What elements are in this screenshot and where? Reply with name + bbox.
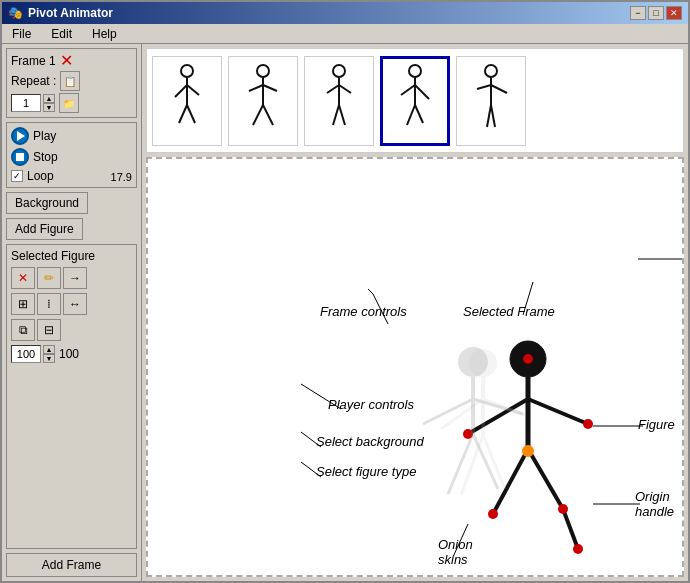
main-content: Frame 1 ✕ Repeat : 📋 ▲ ▼ 📁 (2, 44, 688, 581)
annotation-line-bg (296, 427, 326, 452)
size-row: ▲ ▼ 100 (11, 345, 132, 363)
svg-line-9 (263, 85, 277, 91)
svg-line-22 (407, 105, 415, 125)
svg-line-26 (477, 85, 491, 89)
selected-figure-section: Selected Figure ✕ ✏ → ⊞ ⁞ ↔ ⧉ ⊟ (6, 244, 137, 549)
size-value2: 100 (59, 347, 79, 361)
annotation-line-select-figure (296, 457, 326, 482)
svg-line-8 (249, 85, 263, 91)
svg-line-58 (523, 282, 533, 315)
spin-up[interactable]: ▲ (43, 94, 55, 103)
svg-line-55 (483, 435, 505, 489)
svg-line-23 (415, 105, 423, 123)
frame-paste-button[interactable]: 📁 (59, 93, 79, 113)
frame-section: Frame 1 ✕ Repeat : 📋 ▲ ▼ 📁 (6, 48, 137, 118)
svg-point-41 (558, 504, 568, 514)
annotation-select-bg: Select background (316, 434, 424, 449)
menu-file[interactable]: File (6, 26, 37, 41)
stick-figure-3 (317, 63, 362, 138)
menu-help[interactable]: Help (86, 26, 123, 41)
title-bar-controls: − □ ✕ (630, 6, 682, 20)
frame-row: Frame 1 ✕ (11, 53, 132, 69)
svg-line-4 (179, 105, 187, 123)
size-input[interactable] (11, 345, 41, 363)
close-button[interactable]: ✕ (666, 6, 682, 20)
svg-line-56 (373, 294, 388, 324)
add-frame-button[interactable]: Add Frame (6, 553, 137, 577)
menu-edit[interactable]: Edit (45, 26, 78, 41)
fps-display: 17.9 (111, 171, 132, 183)
repeat-spin-row: ▲ ▼ 📁 (11, 93, 132, 113)
stick-figure-4 (393, 63, 438, 138)
figure-controls-grid-3: ⧉ ⊟ (11, 319, 132, 341)
size-spin-up[interactable]: ▲ (43, 345, 55, 354)
svg-line-62 (301, 432, 321, 447)
annotation-line-player (296, 379, 346, 419)
figure-dots-button[interactable]: ⁞ (37, 293, 61, 315)
svg-line-60 (301, 384, 341, 409)
annotation-line-onion (448, 519, 498, 559)
loop-checkbox[interactable]: ✓ (11, 170, 23, 182)
annotation-line-frame-controls (348, 289, 398, 329)
app-icon: 🎭 (8, 6, 23, 20)
frame-delete-button[interactable]: ✕ (60, 53, 73, 69)
svg-line-2 (175, 85, 187, 97)
player-section: Play Stop ✓ Loop 17.9 (6, 122, 137, 188)
figure-copy-button[interactable]: ⧉ (11, 319, 35, 341)
svg-line-52 (441, 399, 483, 429)
svg-point-0 (181, 65, 193, 77)
figure-controls-grid: ✕ ✏ → (11, 267, 132, 289)
svg-line-21 (415, 85, 429, 99)
frame-thumb-1[interactable] (152, 56, 222, 146)
svg-line-63 (301, 462, 321, 477)
annotation-line-figure (588, 414, 648, 439)
figure-delete-button[interactable]: ✕ (11, 267, 35, 289)
repeat-label: Repeat : (11, 74, 56, 88)
svg-line-54 (461, 435, 483, 495)
play-label: Play (33, 129, 56, 143)
title-bar-left: 🎭 Pivot Animator (8, 6, 113, 20)
stick-figure-1 (165, 63, 210, 138)
figure-controls-grid-2: ⊞ ⁞ ↔ (11, 293, 132, 315)
svg-line-20 (401, 85, 415, 95)
figure-layer-button[interactable]: ⊟ (37, 319, 61, 341)
frame-thumb-2[interactable] (228, 56, 298, 146)
stick-figure-2 (241, 63, 286, 138)
size-spin-down[interactable]: ▼ (43, 354, 55, 363)
frame-thumb-3[interactable] (304, 56, 374, 146)
svg-point-6 (257, 65, 269, 77)
spin-down[interactable]: ▼ (43, 103, 55, 112)
frame-thumb-5[interactable] (456, 56, 526, 146)
onion-skin-2 (423, 347, 543, 542)
annotation-line-timeline (638, 249, 684, 269)
annotation-line-origin (588, 494, 643, 514)
minimize-button[interactable]: − (630, 6, 646, 20)
svg-line-57 (368, 289, 373, 294)
background-button[interactable]: Background (6, 192, 88, 214)
play-triangle (17, 131, 25, 141)
svg-line-5 (187, 105, 195, 123)
annotation-line-selected (518, 277, 548, 317)
play-button[interactable]: Play (11, 127, 132, 145)
annotation-select-figure: Select figure type (316, 464, 416, 479)
figure-grid-button[interactable]: ⊞ (11, 293, 35, 315)
svg-point-50 (469, 349, 497, 377)
svg-line-65 (453, 524, 468, 557)
svg-point-12 (333, 65, 345, 77)
figure-arrow-button[interactable]: → (63, 267, 87, 289)
svg-line-17 (339, 105, 345, 125)
maximize-button[interactable]: □ (648, 6, 664, 20)
svg-line-14 (327, 85, 339, 93)
figure-edit-button[interactable]: ✏ (37, 267, 61, 289)
frame-thumb-4[interactable] (380, 56, 450, 146)
svg-line-15 (339, 85, 351, 93)
loop-label: Loop (27, 169, 54, 183)
frame-copy-button[interactable]: 📋 (60, 71, 80, 91)
repeat-input[interactable] (11, 94, 41, 112)
right-panel: Frame controls Selected Frame Time-line (142, 44, 688, 581)
add-figure-button[interactable]: Add Figure (6, 218, 83, 240)
title-bar: 🎭 Pivot Animator − □ ✕ (2, 2, 688, 24)
svg-line-29 (491, 105, 495, 127)
stop-button[interactable]: Stop (11, 148, 132, 166)
figure-move-button[interactable]: ↔ (63, 293, 87, 315)
